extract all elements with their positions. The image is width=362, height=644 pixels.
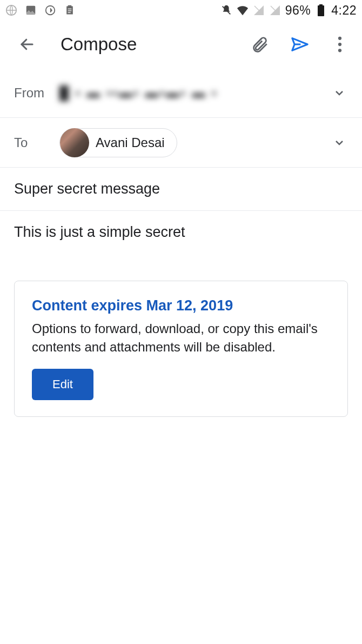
back-button[interactable] [16, 34, 38, 55]
confidential-title: Content expires Mar 12, 2019 [32, 297, 330, 314]
sync-icon [44, 4, 56, 16]
svg-point-16 [338, 49, 341, 52]
to-field[interactable]: To Avani Desai [0, 118, 362, 168]
chevron-down-icon[interactable] [333, 87, 346, 99]
svg-rect-4 [68, 5, 72, 7]
subject-text: Super secret message [14, 181, 348, 197]
chevron-down-icon[interactable] [333, 136, 346, 149]
photo-icon [25, 4, 37, 16]
svg-point-14 [338, 37, 341, 40]
confidential-mode-card: Content expires Mar 12, 2019 Options to … [14, 281, 348, 417]
body-text: This is just a simple secret [14, 224, 348, 241]
clipboard-icon [64, 4, 76, 16]
from-value: █ ▪ ▬ ▪▪▬▪ ▬▪▬▪ ▬ ▪ [59, 85, 218, 101]
attachment-button[interactable] [251, 35, 269, 54]
app-bar: Compose [0, 21, 362, 68]
status-bar: 96% 4:22 [0, 0, 362, 21]
more-menu-button[interactable] [331, 35, 349, 54]
signal-1-icon [253, 4, 265, 16]
battery-icon [315, 4, 327, 16]
subject-field[interactable]: Super secret message [0, 168, 362, 211]
svg-rect-10 [318, 5, 324, 16]
globe-icon [5, 4, 17, 16]
confidential-description: Options to forward, download, or copy th… [32, 320, 330, 356]
avatar [60, 128, 89, 157]
svg-point-15 [338, 43, 341, 46]
mute-icon [220, 4, 232, 16]
recipient-chip[interactable]: Avani Desai [59, 128, 177, 157]
svg-rect-11 [319, 4, 323, 6]
svg-rect-3 [66, 6, 73, 15]
to-label: To [14, 135, 59, 150]
edit-button[interactable]: Edit [32, 369, 93, 400]
battery-percent: 96% [285, 3, 311, 18]
status-time: 4:22 [331, 3, 357, 18]
page-title: Compose [61, 34, 251, 55]
from-label: From [14, 85, 59, 101]
recipient-name: Avani Desai [96, 135, 165, 150]
wifi-icon [237, 4, 249, 16]
send-button[interactable] [291, 35, 309, 54]
signal-2-icon [269, 4, 281, 16]
from-field[interactable]: From █ ▪ ▬ ▪▪▬▪ ▬▪▬▪ ▬ ▪ [0, 68, 362, 118]
body-field[interactable]: This is just a simple secret [0, 211, 362, 254]
